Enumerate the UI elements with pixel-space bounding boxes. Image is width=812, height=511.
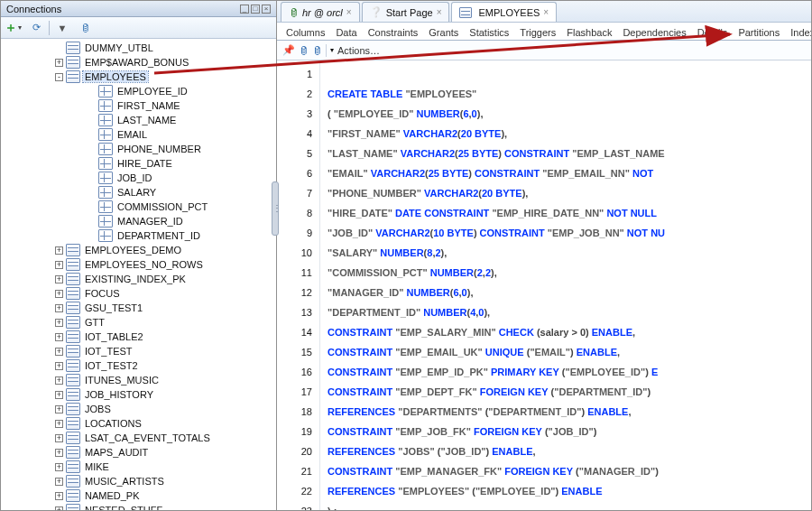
tree-label[interactable]: SALARY [115, 187, 158, 198]
code-line[interactable]: "DEPARTMENT_ID" NUMBER(4,0), [328, 302, 811, 322]
expand-icon[interactable]: + [55, 290, 63, 298]
tree-label[interactable]: IOT_TEST [83, 346, 134, 357]
code-line[interactable]: CONSTRAINT "EMP_JOB_FK" FOREIGN KEY ("JO… [328, 422, 811, 441]
sub-tab-grants[interactable]: Grants [423, 25, 464, 40]
tree-label[interactable]: NESTED_STUFF [83, 505, 164, 510]
tree-node[interactable]: +NESTED_STUFF [3, 503, 276, 510]
code-line[interactable]: CONSTRAINT "EMP_DEPT_FK" FOREIGN KEY ("D… [328, 382, 811, 402]
tree-label[interactable]: MUSIC_ARTISTS [83, 476, 166, 487]
sub-tab-flashback[interactable]: Flashback [561, 25, 617, 40]
tree-label[interactable]: COMMISSION_PCT [115, 201, 209, 212]
expand-icon[interactable]: + [55, 348, 63, 356]
tree-node[interactable]: +EMPLOYEES_NO_ROWS [3, 257, 276, 272]
close-icon[interactable]: × [262, 5, 271, 14]
expand-icon[interactable]: + [55, 246, 63, 255]
tree-label[interactable]: LSAT_CA_EVENT_TOTALS [83, 432, 212, 443]
tree-node[interactable]: -EMPLOYEES [3, 70, 276, 84]
code-line[interactable]: CONSTRAINT "EMP_EMP_ID_PK" PRIMARY KEY (… [328, 362, 811, 382]
expand-icon[interactable]: + [55, 405, 63, 413]
tree-node[interactable]: +IOT_TEST [3, 344, 276, 358]
tree-label[interactable]: EXISTING_INDEX_PK [83, 274, 188, 284]
filter-schema-button[interactable]: 🛢 [75, 19, 95, 37]
tree-node[interactable]: +IOT_TABLE2 [3, 330, 276, 344]
tree-node[interactable]: +MIKE [3, 460, 276, 474]
tree-node[interactable]: +IOT_TEST2 [3, 358, 276, 373]
expand-icon[interactable]: + [55, 275, 63, 283]
sub-tab-indexes[interactable]: Indexes [785, 25, 812, 40]
code-line[interactable]: REFERENCES "DEPARTMENTS" ("DEPARTMENT_ID… [328, 402, 811, 422]
expand-icon[interactable]: + [55, 261, 63, 269]
code-line[interactable]: "SALARY" NUMBER(8,2), [328, 243, 811, 263]
tree-node[interactable]: MANAGER_ID [3, 214, 276, 228]
expand-icon[interactable]: + [55, 333, 63, 341]
code-line[interactable]: "MANAGER_ID" NUMBER(6,0), [328, 283, 811, 302]
tree-label[interactable]: EMP$AWARD_BONUS [83, 57, 190, 68]
code-line[interactable]: "FIRST_NAME" VARCHAR2(20 BYTE), [328, 124, 811, 144]
sub-tab-statistics[interactable]: Statistics [464, 25, 514, 40]
expand-icon[interactable]: + [55, 319, 63, 327]
tree-label[interactable]: FIRST_NAME [115, 100, 182, 111]
actions-menu[interactable]: Actions… [337, 45, 380, 56]
sql-source[interactable]: CREATE TABLE "EMPLOYEES" ( "EMPLOYEE_ID"… [320, 60, 811, 510]
code-line[interactable]: CONSTRAINT "EMP_MANAGER_FK" FOREIGN KEY … [328, 461, 811, 481]
tree-label[interactable]: EMPLOYEES_DEMO [83, 245, 183, 256]
sub-tab-constraints[interactable]: Constraints [363, 25, 424, 40]
tree-node[interactable]: +GTT [3, 315, 276, 330]
expand-icon[interactable]: + [55, 304, 63, 312]
tree-label[interactable]: FOCUS [83, 288, 122, 299]
tree-node[interactable]: +MAPS_AUDIT [3, 445, 276, 460]
expand-icon[interactable]: + [55, 434, 63, 442]
code-line[interactable] [328, 64, 811, 84]
tree-node[interactable]: HIRE_DATE [3, 156, 276, 171]
close-tab-icon[interactable]: × [346, 7, 352, 17]
tree-node[interactable]: +ITUNES_MUSIC [3, 373, 276, 387]
close-tab-icon[interactable]: × [437, 7, 442, 17]
tree-node[interactable]: COMMISSION_PCT [3, 200, 276, 214]
tree-label[interactable]: JOBS [83, 404, 113, 414]
code-line[interactable]: CONSTRAINT "EMP_SALARY_MIN" CHECK (salar… [328, 322, 811, 342]
expand-icon[interactable]: + [55, 463, 63, 471]
pin-icon[interactable]: 📌 [282, 44, 295, 56]
tree-node[interactable]: +EXISTING_INDEX_PK [3, 272, 276, 286]
expand-icon[interactable]: + [55, 492, 63, 500]
code-line[interactable]: "PHONE_NUMBER" VARCHAR2(20 BYTE), [328, 183, 811, 203]
worksheet-tab[interactable]: 🛢hr @ orcl× [281, 2, 360, 22]
tree-node[interactable]: DUMMY_UTBL [3, 41, 276, 55]
refresh-db-icon[interactable]: 🛢 [312, 45, 322, 56]
tree-label[interactable]: PHONE_NUMBER [115, 144, 203, 154]
tree-label[interactable]: EMPLOYEES [83, 71, 148, 82]
expand-icon[interactable]: + [55, 362, 63, 370]
worksheet-tab[interactable]: EMPLOYEES× [451, 2, 557, 22]
sub-tab-triggers[interactable]: Triggers [514, 25, 561, 40]
sub-tab-details[interactable]: Details [692, 25, 734, 40]
tree-label[interactable]: LAST_NAME [115, 115, 178, 125]
expand-icon[interactable]: + [55, 449, 63, 457]
code-line[interactable]: REFERENCES "EMPLOYEES" ("EMPLOYEE_ID") E… [328, 481, 811, 501]
close-tab-icon[interactable]: × [543, 7, 549, 17]
tree-node[interactable]: +MUSIC_ARTISTS [3, 474, 276, 488]
tree-label[interactable]: JOB_ID [115, 172, 154, 183]
tree-label[interactable]: MANAGER_ID [115, 216, 185, 227]
tree-label[interactable]: EMPLOYEE_ID [115, 86, 189, 97]
sub-tab-columns[interactable]: Columns [281, 25, 330, 40]
tree-label[interactable]: EMPLOYEES_NO_ROWS [83, 259, 205, 270]
tree-node[interactable]: +FOCUS [3, 286, 276, 301]
expand-icon[interactable]: + [55, 376, 63, 385]
object-tree[interactable]: DUMMY_UTBL+EMP$AWARD_BONUS-EMPLOYEESEMPL… [1, 39, 276, 510]
sub-tab-data[interactable]: Data [330, 25, 362, 40]
tree-node[interactable]: EMAIL [3, 127, 276, 142]
minimize-icon[interactable]: _ [240, 5, 249, 14]
filter-button[interactable]: ▼ [52, 19, 72, 37]
tree-node[interactable]: +GSU_TEST1 [3, 301, 276, 315]
collapse-icon[interactable]: - [55, 73, 63, 81]
tree-label[interactable]: DEPARTMENT_ID [115, 230, 202, 241]
tree-node[interactable]: +NAMED_PK [3, 488, 276, 503]
sub-tab-partitions[interactable]: Partitions [733, 25, 785, 40]
tree-node[interactable]: PHONE_NUMBER [3, 142, 276, 156]
tree-node[interactable]: SALARY [3, 185, 276, 200]
tree-label[interactable]: GSU_TEST1 [83, 302, 144, 313]
tree-node[interactable]: +JOBS [3, 402, 276, 416]
refresh-button[interactable]: ⟳ [26, 19, 46, 37]
tree-node[interactable]: +LSAT_CA_EVENT_TOTALS [3, 431, 276, 445]
tree-node[interactable]: JOB_ID [3, 171, 276, 185]
